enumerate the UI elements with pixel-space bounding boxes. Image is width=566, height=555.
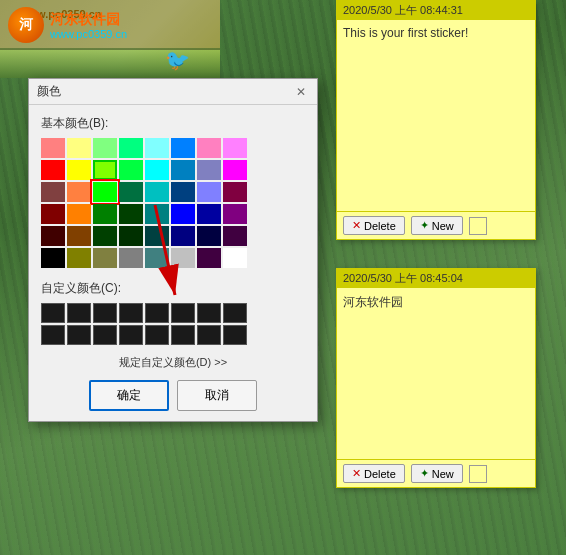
basic-color-cell[interactable] — [67, 160, 91, 180]
basic-color-cell[interactable] — [119, 138, 143, 158]
basic-color-cell[interactable] — [171, 182, 195, 202]
basic-color-cell[interactable] — [171, 248, 195, 268]
basic-color-cell[interactable] — [223, 160, 247, 180]
note1-color-swatch[interactable] — [469, 217, 487, 235]
basic-colors-grid — [41, 138, 305, 268]
basic-color-cell[interactable] — [93, 138, 117, 158]
basic-color-cell[interactable] — [223, 248, 247, 268]
note2-footer: ✕ Delete ✦ New — [337, 459, 535, 487]
color-dialog: 颜色 ✕ 基本颜色(B): 自定义颜色(C): 规定自 — [28, 78, 318, 422]
note2-new-button[interactable]: ✦ New — [411, 464, 463, 483]
basic-color-cell[interactable] — [41, 248, 65, 268]
dialog-content: 基本颜色(B): 自定义颜色(C): 规定自定义颜色(D) >> 确定 — [29, 105, 317, 421]
basic-color-cell[interactable] — [119, 248, 143, 268]
note1-body[interactable]: This is your first sticker! — [337, 20, 535, 211]
basic-color-cell[interactable] — [197, 182, 221, 202]
basic-color-cell[interactable] — [119, 204, 143, 224]
basic-color-cell[interactable] — [223, 226, 247, 246]
custom-colors-grid — [41, 303, 305, 345]
custom-colors-label: 自定义颜色(C): — [41, 280, 305, 297]
custom-color-cell[interactable] — [223, 325, 247, 345]
basic-color-cell[interactable] — [145, 204, 169, 224]
basic-color-cell[interactable] — [145, 182, 169, 202]
delete-icon-2: ✕ — [352, 467, 361, 480]
dialog-buttons: 确定 取消 — [41, 380, 305, 411]
watermark-bar: 河 河东软件园 www.pc0359.cn — [0, 0, 220, 50]
basic-color-cell[interactable] — [93, 204, 117, 224]
cancel-button[interactable]: 取消 — [177, 380, 257, 411]
basic-color-cell[interactable] — [41, 226, 65, 246]
ok-button[interactable]: 确定 — [89, 380, 169, 411]
custom-color-cell[interactable] — [119, 325, 143, 345]
basic-color-cell[interactable] — [67, 204, 91, 224]
basic-color-cell[interactable] — [41, 160, 65, 180]
note2-delete-button[interactable]: ✕ Delete — [343, 464, 405, 483]
basic-color-cell[interactable] — [197, 248, 221, 268]
custom-color-cell[interactable] — [223, 303, 247, 323]
custom-color-cell[interactable] — [197, 303, 221, 323]
note2-color-swatch[interactable] — [469, 465, 487, 483]
basic-color-cell[interactable] — [119, 160, 143, 180]
plus-icon: ✦ — [420, 219, 429, 232]
watermark-url: www.pc0359.cn — [50, 28, 127, 40]
basic-color-cell[interactable] — [41, 204, 65, 224]
basic-color-cell[interactable] — [119, 226, 143, 246]
bird-icon: 🐦 — [165, 48, 190, 72]
basic-color-cell[interactable] — [171, 160, 195, 180]
note2-header: 2020/5/30 上午 08:45:04 — [337, 269, 535, 288]
custom-color-cell[interactable] — [41, 325, 65, 345]
sticky-note-2: 2020/5/30 上午 08:45:04 河东软件园 ✕ Delete ✦ N… — [336, 268, 536, 488]
dialog-title: 颜色 — [37, 83, 61, 100]
basic-color-cell[interactable] — [67, 138, 91, 158]
basic-color-cell[interactable] — [145, 226, 169, 246]
note2-timestamp: 2020/5/30 上午 08:45:04 — [343, 271, 463, 286]
basic-color-cell[interactable] — [145, 248, 169, 268]
basic-color-cell[interactable] — [223, 138, 247, 158]
basic-color-cell[interactable] — [197, 138, 221, 158]
basic-color-cell[interactable] — [145, 160, 169, 180]
custom-color-cell[interactable] — [119, 303, 143, 323]
basic-color-cell[interactable] — [93, 160, 117, 180]
watermark-logo: 河 — [8, 7, 44, 43]
watermark-name: 河东软件园 — [50, 10, 127, 28]
basic-color-cell[interactable] — [171, 226, 195, 246]
basic-color-cell[interactable] — [197, 160, 221, 180]
basic-color-cell[interactable] — [41, 138, 65, 158]
basic-color-cell[interactable] — [119, 182, 143, 202]
custom-color-cell[interactable] — [145, 325, 169, 345]
basic-color-cell[interactable] — [41, 182, 65, 202]
plus-icon-2: ✦ — [420, 467, 429, 480]
custom-color-cell[interactable] — [197, 325, 221, 345]
note1-header: 2020/5/30 上午 08:44:31 — [337, 1, 535, 20]
delete-icon: ✕ — [352, 219, 361, 232]
basic-color-cell[interactable] — [93, 248, 117, 268]
basic-color-cell[interactable] — [171, 204, 195, 224]
custom-color-cell[interactable] — [67, 325, 91, 345]
custom-color-cell[interactable] — [41, 303, 65, 323]
basic-color-cell[interactable] — [223, 204, 247, 224]
custom-color-cell[interactable] — [171, 325, 195, 345]
basic-color-cell[interactable] — [197, 226, 221, 246]
basic-color-cell[interactable] — [223, 182, 247, 202]
basic-color-cell[interactable] — [67, 182, 91, 202]
sticky-note-1: 2020/5/30 上午 08:44:31 This is your first… — [336, 0, 536, 240]
basic-color-cell[interactable] — [197, 204, 221, 224]
basic-color-cell[interactable] — [171, 138, 195, 158]
basic-color-cell[interactable] — [93, 182, 117, 202]
note2-body[interactable]: 河东软件园 — [337, 288, 535, 459]
define-custom-colors-link[interactable]: 规定自定义颜色(D) >> — [41, 355, 305, 370]
basic-colors-label: 基本颜色(B): — [41, 115, 305, 132]
basic-color-cell[interactable] — [145, 138, 169, 158]
basic-color-cell[interactable] — [93, 226, 117, 246]
custom-color-cell[interactable] — [93, 325, 117, 345]
basic-color-cell[interactable] — [67, 226, 91, 246]
custom-color-cell[interactable] — [93, 303, 117, 323]
custom-color-cell[interactable] — [67, 303, 91, 323]
custom-color-cell[interactable] — [145, 303, 169, 323]
note1-delete-button[interactable]: ✕ Delete — [343, 216, 405, 235]
note1-timestamp: 2020/5/30 上午 08:44:31 — [343, 3, 463, 18]
custom-color-cell[interactable] — [171, 303, 195, 323]
dialog-close-button[interactable]: ✕ — [293, 84, 309, 100]
basic-color-cell[interactable] — [67, 248, 91, 268]
note1-new-button[interactable]: ✦ New — [411, 216, 463, 235]
